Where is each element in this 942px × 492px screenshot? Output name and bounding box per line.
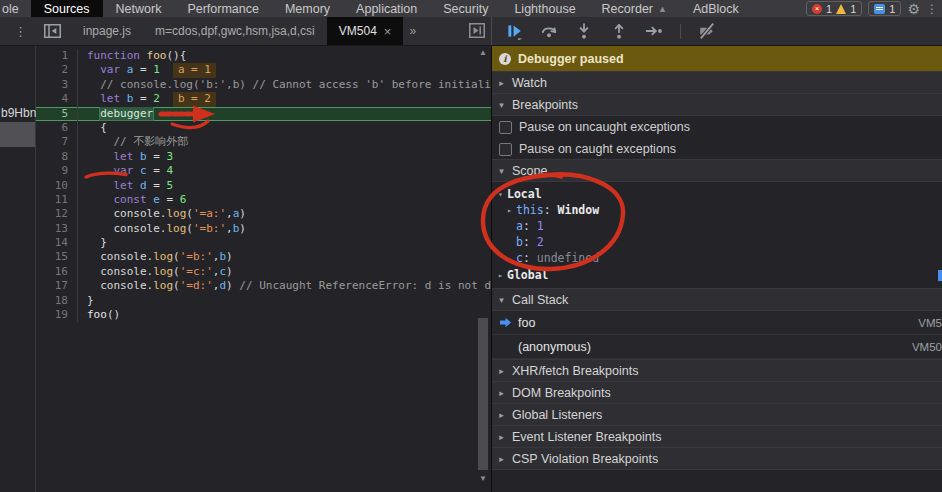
step-out-button[interactable] — [610, 22, 628, 40]
line-number-14[interactable]: 14 — [36, 236, 78, 250]
code-content-19[interactable]: foo() — [78, 308, 491, 322]
code-token: , — [226, 207, 233, 220]
navigator-selected-item[interactable] — [0, 122, 35, 147]
show-debugger-icon[interactable] — [468, 22, 486, 39]
line-number-7[interactable]: 7 — [36, 135, 78, 149]
tab-application[interactable]: Application — [343, 0, 430, 17]
scroll-up-icon[interactable]: ▲ — [479, 48, 487, 57]
line-number-16[interactable]: 16 — [36, 265, 78, 279]
section-xhr-fetch-breakpoints[interactable]: ▸XHR/fetch Breakpoints — [492, 359, 942, 382]
code-content-7[interactable]: // 不影响外部 — [78, 135, 491, 149]
file-tab-inpage-js[interactable]: inpage.js — [71, 17, 143, 45]
line-number-12[interactable]: 12 — [36, 207, 78, 221]
tab-sources[interactable]: Sources — [31, 0, 103, 17]
close-icon[interactable]: × — [384, 24, 392, 39]
code-token: 1 — [153, 63, 160, 76]
line-number-9[interactable]: 9 — [36, 164, 78, 178]
section-call-stack[interactable]: ▾ Call Stack — [492, 288, 942, 311]
line-number-4[interactable]: 4 — [36, 92, 78, 106]
line-number-10[interactable]: 10 — [36, 179, 78, 193]
file-tab-m-cdos-dpf-gwc-hsm-jsa-d-csi[interactable]: m=cdos,dpf,gwc,hsm,jsa,d,csi — [143, 17, 327, 45]
line-number-11[interactable]: 11 — [36, 193, 78, 207]
line-number-13[interactable]: 13 — [36, 222, 78, 236]
tab-memory[interactable]: Memory — [272, 0, 343, 17]
code-content-4[interactable]: let b = 2b = 2 — [78, 92, 491, 106]
step-over-button[interactable] — [540, 22, 558, 40]
navigator-file-item[interactable]: b9Hbn — [1, 106, 36, 120]
scope-local[interactable]: ▾ Local — [492, 186, 942, 202]
code-content-9[interactable]: var c = 4 — [78, 164, 491, 178]
section-scope[interactable]: ▾ Scope — [492, 159, 942, 182]
code-content-5[interactable]: debugger — [78, 107, 491, 121]
section-watch[interactable]: ▸ Watch — [492, 71, 942, 94]
breakpoint-option-pause-on-uncaught-exceptions[interactable]: Pause on uncaught exceptions — [492, 116, 942, 138]
section-dom-breakpoints[interactable]: ▸DOM Breakpoints — [492, 381, 942, 404]
code-line-6: 6 { — [36, 121, 491, 135]
code-content-18[interactable]: } — [78, 294, 491, 308]
call-stack-frame-anonymous[interactable]: (anonymous)VM50 — [492, 335, 942, 359]
tab-recorder[interactable]: Recorder▲ — [589, 0, 680, 17]
file-tab-vm504[interactable]: VM504× — [327, 17, 404, 45]
code-token: debugger — [100, 107, 153, 120]
breakpoint-option-pause-on-caught-exceptions[interactable]: Pause on caught exceptions — [492, 138, 942, 160]
section-global-listeners[interactable]: ▸Global Listeners — [492, 403, 942, 426]
line-number-17[interactable]: 17 — [36, 279, 78, 293]
hide-navigator-icon[interactable] — [44, 24, 61, 38]
scroll-down-icon[interactable]: ▼ — [479, 474, 487, 483]
editor-scrollbar[interactable]: ▲ ▼ — [475, 46, 491, 492]
code-content-14[interactable]: } — [78, 236, 491, 250]
line-number-1[interactable]: 1 — [36, 49, 78, 63]
line-number-8[interactable]: 8 — [36, 150, 78, 164]
code-content-3[interactable]: // console.log('b:',b) // Cannot access … — [78, 78, 491, 92]
code-content-17[interactable]: console.log('=d:',d) // Uncaught Referen… — [78, 279, 491, 293]
resume-button[interactable] — [505, 22, 523, 40]
more-tabs-icon[interactable]: » — [403, 24, 422, 38]
tab-console-partial[interactable]: ole — [0, 0, 25, 17]
tab-security[interactable]: Security — [430, 0, 501, 17]
tab-lighthouse[interactable]: Lighthouse — [501, 0, 588, 17]
code-content-12[interactable]: console.log('=a:',a) — [78, 207, 491, 221]
code-content-15[interactable]: console.log('=b:',b) — [78, 250, 491, 264]
more-options-icon[interactable]: ⋮ — [926, 3, 938, 15]
line-number-18[interactable]: 18 — [36, 294, 78, 308]
scope-global[interactable]: ▸ Global — [492, 266, 942, 284]
code-token: 3 — [167, 150, 174, 163]
section-event-listener-breakpoints[interactable]: ▸Event Listener Breakpoints — [492, 425, 942, 448]
code-token: '=a:' — [193, 207, 226, 220]
code-content-1[interactable]: function foo(){ — [78, 49, 491, 63]
call-stack-frame-foo[interactable]: fooVM5 — [492, 311, 942, 335]
deactivate-breakpoints-button[interactable] — [698, 22, 716, 40]
line-number-19[interactable]: 19 — [36, 308, 78, 322]
settings-gear-icon[interactable]: ⚙ — [907, 2, 920, 16]
line-number-2[interactable]: 2 — [36, 63, 78, 77]
checkbox[interactable] — [499, 121, 512, 134]
code-content-8[interactable]: let b = 3 — [78, 150, 491, 164]
code-content-13[interactable]: console.log('=b:',b) — [78, 222, 491, 236]
step-into-button[interactable] — [575, 22, 593, 40]
tab-adblock[interactable]: AdBlock — [680, 0, 752, 17]
scrollbar-thumb[interactable] — [478, 318, 488, 470]
line-number-3[interactable]: 3 — [36, 78, 78, 92]
scope-entry-this[interactable]: ▸this: Window — [492, 202, 942, 218]
navigator-menu-icon[interactable]: ⋮ — [0, 24, 36, 39]
issues-badge[interactable]: 1 — [868, 1, 901, 16]
code-content-16[interactable]: console.log('=c:',c) — [78, 265, 491, 279]
code-content-2[interactable]: var a = 1a = 1 — [78, 63, 491, 77]
line-number-15[interactable]: 15 — [36, 250, 78, 264]
code-token: '=b:' — [180, 250, 213, 263]
section-csp-violation-breakpoints[interactable]: ▸CSP Violation Breakpoints — [492, 447, 942, 470]
tab-network[interactable]: Network — [103, 0, 175, 17]
section-breakpoints[interactable]: ▾ Breakpoints — [492, 93, 942, 116]
code-content-6[interactable]: { — [78, 121, 491, 135]
line-number-5[interactable]: 5 — [36, 107, 78, 121]
code-content-10[interactable]: let d = 5 — [78, 179, 491, 193]
code-content-11[interactable]: const e = 6 — [78, 193, 491, 207]
checkbox[interactable] — [499, 143, 512, 156]
line-number-6[interactable]: 6 — [36, 121, 78, 135]
tab-performance[interactable]: Performance — [174, 0, 272, 17]
error-warning-badge[interactable]: × 1 1 — [806, 1, 862, 16]
code-token: foo — [87, 308, 107, 321]
call-stack-frames: fooVM5(anonymous)VM50 — [492, 311, 942, 359]
step-button[interactable] — [645, 22, 663, 40]
code-token — [120, 63, 127, 76]
